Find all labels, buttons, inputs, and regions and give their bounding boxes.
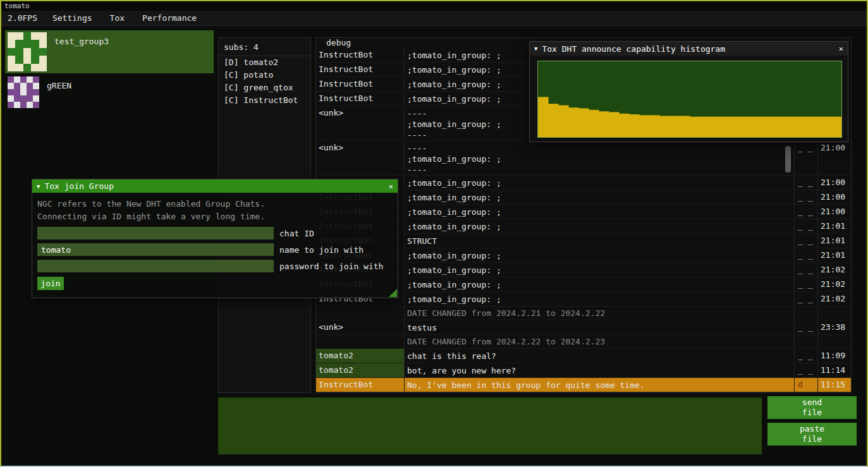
join-password-label: password to join with [279,262,383,271]
message-row[interactable]: InstructBotNo, I've been in this group f… [316,378,851,392]
message-row[interactable]: <unk>testus_ _23:38 [316,320,851,335]
message-time: 21:00 [817,141,851,175]
histogram-window-title: Tox DHT announce capability histogram [542,44,725,54]
message-line: ;tomato_in_group: ; [407,279,794,290]
delivery-status: _ _ [794,176,817,190]
group-item-test_group3[interactable]: test_group3 [5,30,214,73]
message-line: ---- [407,143,794,154]
member-item[interactable]: [C] potato [219,69,310,82]
message-time: 21:00 [817,190,851,204]
message-text: No, I've been in this group for quite so… [405,378,794,392]
window-title: tomato [4,2,30,10]
send-file-button[interactable]: send file [767,396,857,419]
date-name-spacer [316,306,405,320]
chat-id-input[interactable] [37,227,274,240]
message-row[interactable]: tomato2chat is this real?_ _11:09 [316,349,851,363]
message-line: ---- [407,164,794,175]
date-changed-text: DATE CHANGED from 2024.2.22 to 2024.2.23 [405,335,794,348]
message-text: bot, are you new here? [405,363,794,377]
member-item[interactable]: [C] green_qtox [219,82,310,94]
message-text: ;tomato_in_group: ; [405,277,794,291]
message-time: 21:01 [817,219,851,233]
message-time: 21:02 [817,277,851,291]
sender-name: tomato2 [316,349,405,363]
message-time: 23:38 [817,320,851,334]
delivery-status: _ _ [794,205,817,219]
message-row[interactable]: tomato2bot, are you new here?_ _11:14 [316,363,851,378]
app-window: tomato 2.0FPS SettingsToxPerformance tes… [0,0,868,467]
sender-name: InstructBot [316,48,405,62]
delivery-status: _ _ [794,141,817,175]
message-text: ;tomato_in_group: ; [405,292,794,306]
delivery-status: _ _ [794,234,817,248]
message-line: ;tomato_in_group: ; [407,154,794,164]
menu-items: SettingsToxPerformance [44,11,205,25]
join-password-input[interactable] [37,260,274,272]
member-item[interactable]: [D] tomato2 [219,56,310,69]
join-group-window: ▼ Tox join Group ✕ NGC refers to the New… [32,179,398,298]
message-input[interactable] [218,397,762,454]
message-text: ;tomato_in_group: ; [405,248,794,262]
message-text: ----;tomato_in_group: ;---- [405,141,794,175]
histogram-close-icon[interactable]: ✕ [839,44,843,53]
menu-item-performance[interactable]: Performance [133,11,205,25]
join-name-row: name to join with [37,243,393,256]
join-name-input[interactable] [37,243,274,256]
histogram-bars [538,61,841,137]
message-text: STRUCT [405,234,794,248]
date-separator-row: DATE CHANGED from 2024.2.21 to 2024.2.22 [316,306,851,320]
join-collapse-icon[interactable]: ▼ [37,183,40,190]
group-avatar [8,32,47,71]
sender-name: <unk> [316,320,405,334]
message-text: chat is this real? [405,349,794,363]
chat-scrollbar[interactable] [785,146,791,173]
message-line: ;tomato_in_group: ; [407,221,794,232]
message-line: ;tomato_in_group: ; [407,250,794,261]
message-time: 21:01 [817,248,851,262]
delivery-status: _ _ [794,263,817,277]
sender-name: InstructBot [316,378,405,392]
histogram-window-titlebar[interactable]: ▼ Tox DHT announce capability histogram … [530,42,848,56]
menu-item-settings[interactable]: Settings [44,11,101,25]
message-line: ;tomato_in_group: ; [407,192,794,203]
group-name: gREEN [47,76,71,90]
menu-item-tox[interactable]: Tox [101,11,133,25]
message-time: 21:02 [817,292,851,306]
member-item[interactable]: [C] InstructBot [219,94,310,107]
join-window-titlebar[interactable]: ▼ Tox join Group ✕ [32,179,398,193]
join-close-icon[interactable]: ✕ [389,182,393,191]
histogram-window: ▼ Tox DHT announce capability histogram … [529,41,848,142]
join-button[interactable]: join [37,277,64,290]
group-item-gREEN[interactable]: gREEN [5,75,214,111]
delivery-status: _ _ [794,190,817,204]
chat-id-label: chat ID [279,229,314,238]
group-avatar [8,76,39,108]
delivery-status: _ _ [794,248,817,262]
resize-grip[interactable] [389,289,397,297]
join-window-title: Tox join Group [44,181,114,191]
message-line: ;tomato_in_group: ; [407,207,794,217]
histogram-collapse-icon[interactable]: ▼ [534,45,537,52]
paste-file-button[interactable]: paste file [767,423,857,446]
delivery-status: _ _ [794,277,817,291]
menu-bar: 2.0FPS SettingsToxPerformance [1,11,867,26]
message-time: 21:00 [817,176,851,190]
delivery-status: _ _ [794,320,817,334]
message-line: STRUCT [407,236,794,246]
delivery-status: d [794,378,817,392]
histogram-plot [537,61,842,138]
message-row[interactable]: <unk>----;tomato_in_group: ;----_ _21:00 [316,141,851,176]
join-password-row: password to join with [37,260,393,272]
message-time: 21:02 [817,263,851,277]
group-name: test_group3 [54,32,109,46]
message-time: 11:15 [817,378,851,392]
date-name-spacer [316,335,405,348]
join-window-body: NGC refers to the New DHT enabled Group … [32,193,398,295]
sender-name: tomato2 [316,363,405,377]
message-line: No, I've been in this group for quite so… [407,380,794,391]
member-list: [D] tomato2[C] potato[C] green_qtox[C] I… [219,56,310,107]
message-line: testus [407,322,794,333]
window-titlebar[interactable]: tomato [1,1,867,11]
message-time: 21:00 [817,205,851,219]
sender-name: <unk> [316,106,405,140]
